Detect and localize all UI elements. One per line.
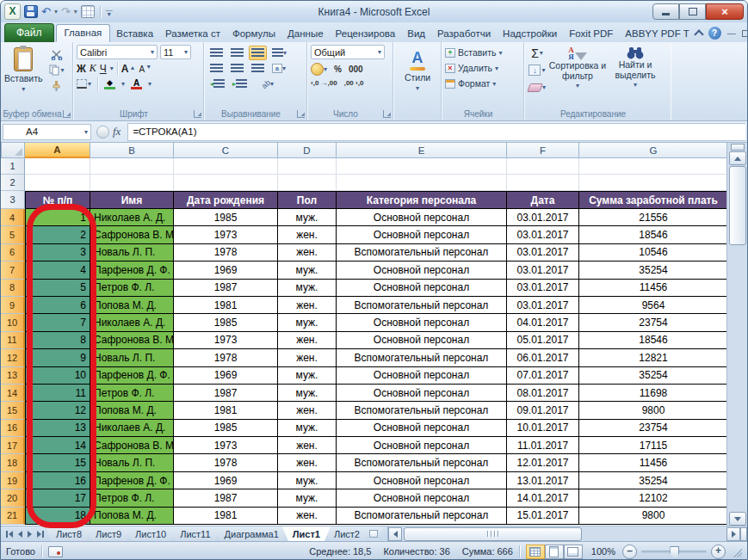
- autosum-button[interactable]: Σ▾: [528, 46, 547, 59]
- cell-E11[interactable]: Основной персонал: [337, 332, 507, 349]
- row-header-15[interactable]: 15: [1, 402, 25, 419]
- cell-G11[interactable]: 18546: [579, 332, 728, 349]
- undo-icon[interactable]: ↶: [41, 6, 51, 17]
- workbook-restore-icon[interactable]: [742, 30, 748, 37]
- align-right-button[interactable]: [249, 61, 267, 76]
- scroll-down-button[interactable]: [729, 512, 746, 526]
- ribbon-tab-Рецензирова[interactable]: Рецензирова: [330, 25, 402, 42]
- cell-C10[interactable]: 1985: [174, 314, 278, 331]
- align-middle-button[interactable]: [228, 46, 246, 60]
- column-header-E[interactable]: E: [337, 143, 507, 158]
- scroll-up-button[interactable]: [729, 151, 746, 165]
- cell-A6[interactable]: 3: [25, 244, 90, 262]
- scroll-right-button[interactable]: [726, 527, 740, 541]
- cell-B12[interactable]: Новаль Л. П.: [90, 349, 174, 366]
- cell-A17[interactable]: 14: [25, 437, 90, 454]
- increase-decimal-button[interactable]: ‹,0 →,00: [311, 79, 337, 87]
- column-header-B[interactable]: B: [90, 143, 174, 158]
- cell-C13[interactable]: 1969: [174, 367, 278, 385]
- cell-F19[interactable]: 13.01.2017: [507, 472, 579, 489]
- cell-D2[interactable]: [278, 175, 337, 191]
- shrink-font-button[interactable]: А▼: [139, 64, 151, 74]
- clipboard-dialog-launcher-icon[interactable]: [63, 110, 71, 118]
- cell-B17[interactable]: Сафронова В. М.: [90, 437, 174, 454]
- cell-C15[interactable]: 1981: [174, 402, 278, 419]
- cell-G9[interactable]: 9564: [579, 297, 728, 314]
- insert-sheet-button[interactable]: [364, 526, 383, 541]
- insert-cells-button[interactable]: +Вставить▾: [445, 45, 521, 60]
- row-header-2[interactable]: 2: [1, 175, 25, 191]
- cell-F13[interactable]: 07.01.2017: [507, 367, 579, 385]
- minimize-button[interactable]: [652, 3, 679, 20]
- cell-C4[interactable]: 1985: [174, 209, 278, 226]
- cell-B18[interactable]: Новаль Л. П.: [90, 454, 174, 471]
- cell-E2[interactable]: [337, 175, 507, 191]
- cell-G17[interactable]: 17115: [579, 437, 728, 454]
- cell-A19[interactable]: 16: [25, 472, 90, 489]
- cell-D9[interactable]: жен.: [278, 297, 337, 314]
- prev-sheet-button[interactable]: [18, 531, 22, 538]
- paste-button[interactable]: Вставить ▾: [4, 45, 43, 93]
- zoom-level[interactable]: 100%: [591, 546, 615, 557]
- cell-A8[interactable]: 5: [25, 280, 90, 297]
- cell-G6[interactable]: 10546: [579, 244, 728, 262]
- row-header-1[interactable]: 1: [1, 158, 25, 175]
- cell-D6[interactable]: жен.: [278, 244, 337, 262]
- table-header-cell-F[interactable]: Дата: [507, 191, 579, 209]
- font-dialog-launcher-icon[interactable]: [194, 110, 201, 118]
- next-sheet-button[interactable]: [28, 531, 32, 538]
- cell-B11[interactable]: Сафронова В. М.: [90, 332, 174, 349]
- cell-A18[interactable]: 15: [25, 454, 90, 471]
- percent-style-button[interactable]: %: [334, 65, 342, 74]
- cell-C19[interactable]: 1969: [174, 472, 278, 489]
- cell-B14[interactable]: Петров Ф. Л.: [90, 385, 174, 402]
- orientation-button[interactable]: ab▾: [259, 77, 276, 91]
- cell-A12[interactable]: 9: [25, 349, 90, 366]
- row-header-8[interactable]: 8: [1, 280, 25, 297]
- column-header-D[interactable]: D: [278, 143, 337, 158]
- cell-B16[interactable]: Николаев А. Д.: [90, 420, 174, 437]
- cell-C14[interactable]: 1987: [174, 385, 278, 402]
- tab-split-handle[interactable]: [740, 527, 747, 541]
- row-header-9[interactable]: 9: [1, 297, 25, 314]
- redo-dropdown-icon[interactable]: ▾: [74, 8, 77, 15]
- zoom-slider[interactable]: [641, 551, 707, 553]
- sheet-tab-Лист10[interactable]: Лист10: [125, 526, 176, 541]
- cell-E17[interactable]: Основной персонал: [337, 437, 507, 454]
- ribbon-tab-Надстройки[interactable]: Надстройки: [497, 25, 563, 42]
- cell-G14[interactable]: 11698: [579, 385, 728, 402]
- cell-C8[interactable]: 1987: [174, 280, 278, 297]
- row-header-21[interactable]: 21: [1, 508, 25, 525]
- row-header-18[interactable]: 18: [1, 454, 25, 471]
- cell-E13[interactable]: Основной персонал: [337, 367, 507, 385]
- row-header-3[interactable]: 3: [1, 191, 25, 209]
- cell-G4[interactable]: 21556: [579, 209, 728, 226]
- cell-D14[interactable]: муж.: [278, 385, 337, 402]
- restore-button[interactable]: [679, 3, 706, 20]
- cell-G21[interactable]: 9800: [579, 508, 728, 525]
- split-handle[interactable]: [731, 144, 745, 151]
- cell-C11[interactable]: 1973: [174, 332, 278, 349]
- row-header-10[interactable]: 10: [1, 314, 25, 331]
- scroll-left-button[interactable]: [388, 527, 402, 541]
- customize-qat-icon[interactable]: —▾: [106, 8, 113, 16]
- cell-F10[interactable]: 04.01.2017: [507, 314, 579, 331]
- number-format-select[interactable]: Общий▾: [311, 45, 385, 59]
- cell-C6[interactable]: 1978: [174, 244, 278, 262]
- cell-E9[interactable]: Вспомогательный персонал: [337, 297, 507, 314]
- align-bottom-button[interactable]: [249, 46, 267, 60]
- cell-G5[interactable]: 18546: [579, 226, 728, 243]
- cell-C9[interactable]: 1981: [174, 297, 278, 314]
- normal-view-button[interactable]: [526, 545, 545, 559]
- cell-F17[interactable]: 11.01.2017: [507, 437, 579, 454]
- ribbon-tab-Вид[interactable]: Вид: [401, 25, 431, 42]
- row-header-13[interactable]: 13: [1, 367, 25, 385]
- delete-cells-button[interactable]: ×Удалить▾: [445, 60, 521, 76]
- font-color-dropdown-icon[interactable]: ▾: [148, 80, 151, 88]
- cell-F4[interactable]: 03.01.2017: [507, 209, 579, 226]
- merge-center-button[interactable]: a▾: [269, 61, 288, 76]
- row-header-16[interactable]: 16: [1, 420, 25, 437]
- cell-A9[interactable]: 6: [25, 297, 90, 314]
- row-header-4[interactable]: 4: [1, 209, 25, 226]
- ribbon-tab-Вставка[interactable]: Вставка: [110, 25, 159, 42]
